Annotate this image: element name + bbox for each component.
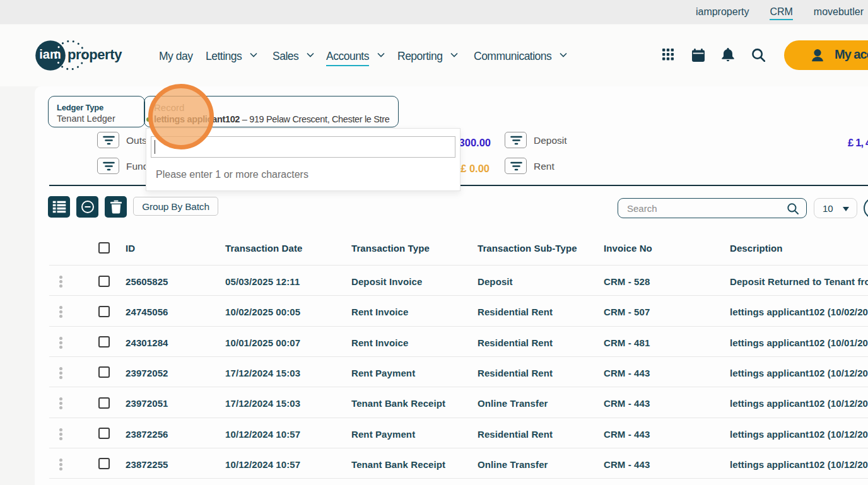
svg-text:iam: iam [39, 47, 61, 61]
svg-text:property: property [67, 47, 122, 62]
